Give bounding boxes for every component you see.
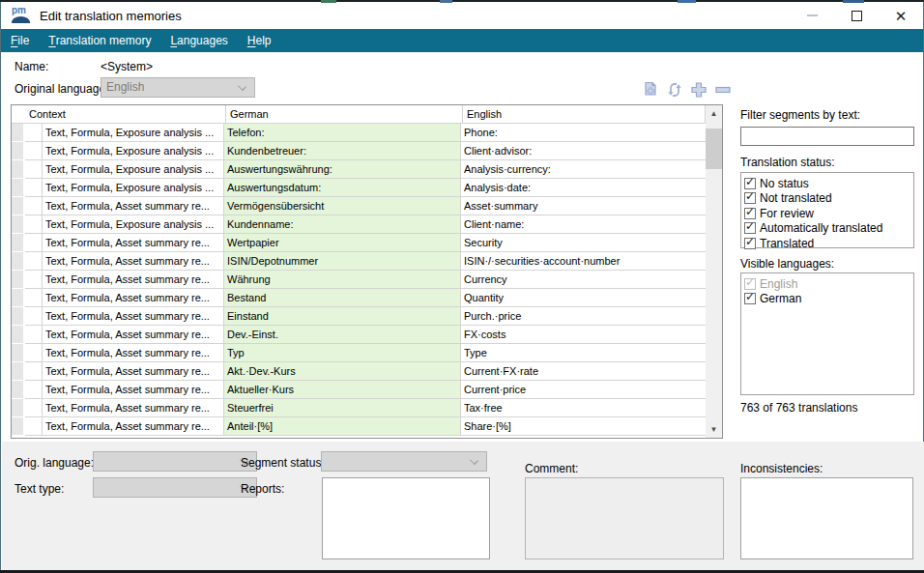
checkbox-icon[interactable]: ✓	[744, 222, 756, 234]
checkbox-not-translated[interactable]: ✓Not translated	[744, 191, 910, 207]
row-header[interactable]	[12, 234, 25, 252]
english-cell[interactable]: Security	[461, 234, 706, 252]
row-header[interactable]	[12, 307, 25, 326]
english-cell[interactable]: ISIN·/·securities·account·number	[461, 252, 706, 271]
german-cell[interactable]: Anteil·[%]	[224, 417, 461, 436]
context-cell[interactable]: Text, Formula, Asset summary re...	[43, 381, 224, 399]
english-cell[interactable]: Tax·free	[461, 399, 706, 417]
german-cell[interactable]: Aktueller·Kurs	[224, 381, 461, 399]
table-row[interactable]: Text, Formula, Exposure analysis ...Ausw…	[12, 160, 706, 179]
english-cell[interactable]: Analysis·date:	[461, 179, 706, 197]
table-row[interactable]: Text, Formula, Exposure analysis ...Kund…	[12, 215, 706, 234]
row-header[interactable]	[12, 252, 25, 271]
context-cell[interactable]: Text, Formula, Asset summary re...	[43, 289, 224, 307]
english-cell[interactable]: FX·costs	[461, 326, 706, 344]
english-cell[interactable]: Currency	[461, 271, 706, 289]
table-row[interactable]: Text, Formula, Asset summary re...Steuer…	[12, 399, 706, 417]
english-cell[interactable]: Current·FX·rate	[461, 362, 706, 381]
table-row[interactable]: Text, Formula, Exposure analysis ...Kund…	[12, 142, 706, 160]
table-row[interactable]: Text, Formula, Exposure analysis ...Tele…	[12, 124, 706, 142]
checkbox-icon[interactable]: ✓	[744, 208, 756, 219]
context-cell[interactable]: Text, Formula, Asset summary re...	[43, 399, 224, 417]
menu-item-translation-memory[interactable]: Translation memory	[39, 29, 160, 52]
english-cell[interactable]: Analysis·currency:	[461, 160, 706, 179]
checkbox-icon[interactable]: ✓	[744, 293, 756, 304]
row-header[interactable]	[12, 417, 25, 436]
menu-item-help[interactable]: Help	[238, 29, 281, 52]
row-header[interactable]	[12, 362, 25, 381]
scroll-up-icon[interactable]: ▲	[706, 105, 722, 122]
table-row[interactable]: Text, Formula, Asset summary re...Dev.-E…	[12, 326, 706, 344]
german-cell[interactable]: Auswertungsdatum:	[224, 179, 461, 197]
add-icon[interactable]	[689, 81, 708, 99]
german-cell[interactable]: Bestand	[224, 289, 461, 307]
english-cell[interactable]: Asset·summary	[461, 197, 706, 215]
context-cell[interactable]: Text, Formula, Asset summary re...	[43, 417, 224, 436]
row-header[interactable]	[12, 197, 25, 215]
row-header[interactable]	[12, 271, 25, 289]
vertical-scrollbar[interactable]: ▲ ▼	[706, 105, 722, 438]
english-cell[interactable]: Type	[461, 344, 706, 362]
german-cell[interactable]: Dev.-Einst.	[224, 326, 461, 344]
checkbox-german[interactable]: ✓German	[744, 292, 910, 307]
row-header[interactable]	[12, 344, 25, 362]
row-header[interactable]	[12, 142, 25, 160]
german-cell[interactable]: Einstand	[224, 307, 461, 326]
maximize-button[interactable]	[834, 2, 879, 29]
checkbox-icon[interactable]: ✓	[744, 238, 756, 249]
table-row[interactable]: Text, Formula, Asset summary re...Akt.·D…	[12, 362, 706, 381]
table-row[interactable]: Text, Formula, Asset summary re...ISIN/D…	[12, 252, 706, 271]
context-cell[interactable]: Text, Formula, Exposure analysis ...	[43, 124, 224, 142]
table-row[interactable]: Text, Formula, Asset summary re...TypTyp…	[12, 344, 706, 362]
checkbox-automatically-translated[interactable]: ✓Automatically translated	[744, 221, 910, 237]
row-header[interactable]	[12, 160, 25, 179]
row-header[interactable]	[12, 124, 25, 142]
checkbox-icon[interactable]: ✓	[744, 178, 756, 189]
menu-item-languages[interactable]: Languages	[160, 29, 237, 52]
table-row[interactable]: Text, Formula, Asset summary re...Aktuel…	[12, 381, 706, 399]
context-cell[interactable]: Text, Formula, Exposure analysis ...	[43, 160, 224, 179]
context-cell[interactable]: Text, Formula, Asset summary re...	[43, 326, 224, 344]
filter-segments-input[interactable]	[740, 127, 914, 146]
inconsistencies-listbox[interactable]	[740, 477, 913, 559]
german-cell[interactable]: Vermögensübersicht	[224, 197, 461, 215]
table-row[interactable]: Text, Formula, Exposure analysis ...Ausw…	[12, 179, 706, 197]
english-cell[interactable]: Quantity	[461, 289, 706, 307]
checkbox-no-status[interactable]: ✓No status	[744, 176, 910, 191]
context-cell[interactable]: Text, Formula, Asset summary re...	[43, 252, 224, 271]
context-cell[interactable]: Text, Formula, Exposure analysis ...	[43, 179, 224, 197]
row-header[interactable]	[12, 215, 25, 234]
new-segment-icon[interactable]	[641, 81, 660, 99]
german-cell[interactable]: Auswertungswährung:	[224, 160, 461, 179]
refresh-icon[interactable]	[665, 81, 684, 99]
remove-icon[interactable]	[713, 81, 733, 99]
german-cell[interactable]: Wertpapier	[224, 234, 461, 252]
german-cell[interactable]: Akt.·Dev.-Kurs	[224, 362, 461, 381]
reports-listbox[interactable]	[322, 477, 490, 559]
english-cell[interactable]: Client·advisor:	[461, 142, 706, 160]
table-row[interactable]: Text, Formula, Asset summary re...Bestan…	[12, 289, 706, 307]
english-cell[interactable]: Current·price	[461, 381, 706, 399]
row-header[interactable]	[12, 381, 25, 399]
table-row[interactable]: Text, Formula, Asset summary re...Einsta…	[12, 307, 706, 326]
scrollbar-thumb[interactable]	[706, 129, 722, 169]
checkbox-for-review[interactable]: ✓For review	[744, 206, 910, 221]
context-cell[interactable]: Text, Formula, Asset summary re...	[43, 234, 224, 252]
context-cell[interactable]: Text, Formula, Asset summary re...	[43, 362, 224, 381]
table-row[interactable]: Text, Formula, Asset summary re...Wertpa…	[12, 234, 706, 252]
english-cell[interactable]: Purch.·price	[461, 307, 706, 326]
context-cell[interactable]: Text, Formula, Asset summary re...	[43, 307, 224, 326]
menu-item-file[interactable]: File	[1, 29, 39, 52]
german-cell[interactable]: Typ	[224, 344, 461, 362]
context-cell[interactable]: Text, Formula, Asset summary re...	[43, 197, 224, 215]
table-row[interactable]: Text, Formula, Asset summary re...Vermög…	[12, 197, 706, 215]
checkbox-icon[interactable]: ✓	[744, 192, 756, 204]
column-header-english[interactable]: English	[463, 105, 706, 124]
row-header[interactable]	[12, 289, 25, 307]
close-button[interactable]: ✕	[879, 2, 923, 29]
context-cell[interactable]: Text, Formula, Exposure analysis ...	[43, 142, 224, 160]
german-cell[interactable]: Telefon:	[224, 124, 461, 142]
column-header-context[interactable]: Context	[12, 105, 226, 124]
german-cell[interactable]: Währung	[224, 271, 461, 289]
table-row[interactable]: Text, Formula, Asset summary re...Anteil…	[12, 417, 706, 436]
